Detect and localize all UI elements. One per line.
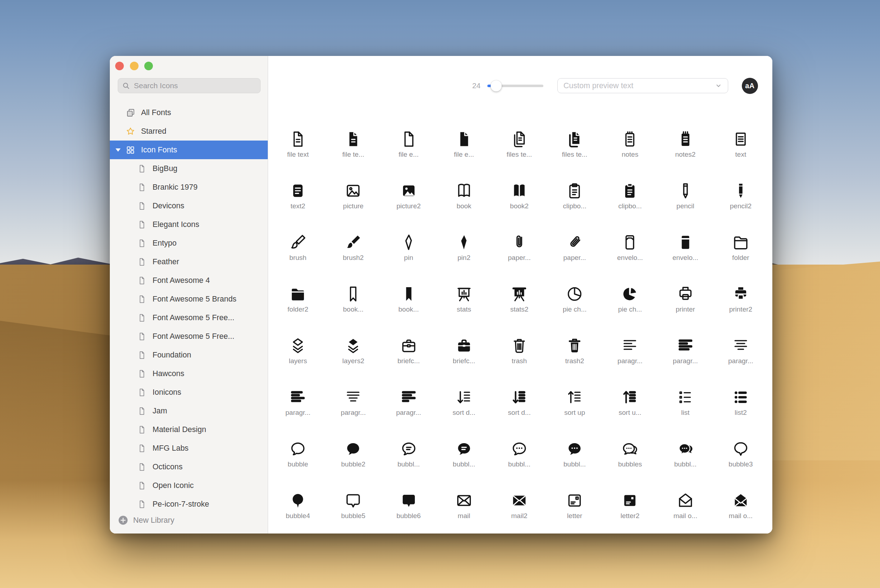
grid-icon-cell[interactable]: mail o... bbox=[658, 483, 713, 534]
grid-icon-cell[interactable]: bubble5 bbox=[325, 483, 381, 534]
grid-icon-cell[interactable]: layers bbox=[270, 328, 325, 380]
grid-icon-cell[interactable]: printer2 bbox=[713, 276, 769, 328]
grid-icon-cell[interactable]: text2 bbox=[270, 173, 325, 225]
sidebar-item-octicons[interactable]: Octicons bbox=[110, 458, 268, 476]
grid-icon-cell[interactable]: book bbox=[436, 173, 492, 225]
slider-thumb[interactable] bbox=[490, 80, 502, 92]
sidebar-item-elegant-icons[interactable]: Elegant Icons bbox=[110, 215, 268, 234]
grid-icon-cell[interactable]: paper... bbox=[547, 225, 602, 276]
grid-icon-cell[interactable]: file te... bbox=[325, 121, 381, 173]
grid-icon-cell[interactable]: list2 bbox=[713, 380, 769, 431]
grid-icon-cell[interactable]: file e... bbox=[381, 121, 436, 173]
grid-icon-cell[interactable]: book... bbox=[325, 276, 381, 328]
new-library-button[interactable]: New Library bbox=[110, 511, 268, 530]
grid-icon-cell[interactable]: printer bbox=[658, 276, 713, 328]
grid-icon-cell[interactable]: files te... bbox=[492, 121, 547, 173]
grid-icon-cell[interactable]: pie ch... bbox=[547, 276, 602, 328]
grid-icon-cell[interactable]: bubbl... bbox=[492, 431, 547, 483]
grid-icon-cell[interactable]: pin2 bbox=[436, 225, 492, 276]
grid-icon-cell[interactable]: mail2 bbox=[492, 483, 547, 534]
grid-icon-cell[interactable]: trash bbox=[492, 328, 547, 380]
sidebar-item-starred[interactable]: Starred bbox=[110, 122, 268, 141]
grid-icon-cell[interactable]: paragr... bbox=[270, 380, 325, 431]
grid-icon-cell[interactable]: mail bbox=[436, 483, 492, 534]
grid-icon-cell[interactable]: paragr... bbox=[713, 328, 769, 380]
grid-icon-cell[interactable]: sort u... bbox=[602, 380, 657, 431]
grid-icon-cell[interactable]: pin bbox=[381, 225, 436, 276]
sidebar-item-font-awesome-4[interactable]: Font Awesome 4 bbox=[110, 271, 268, 290]
grid-icon-cell[interactable]: brush2 bbox=[325, 225, 381, 276]
sidebar-item-all-fonts[interactable]: All Fonts bbox=[110, 103, 268, 122]
grid-icon-cell[interactable]: folder2 bbox=[270, 276, 325, 328]
sidebar-item-hawcons[interactable]: Hawcons bbox=[110, 364, 268, 383]
grid-icon-cell[interactable]: letter2 bbox=[602, 483, 657, 534]
sidebar-item-foundation[interactable]: Foundation bbox=[110, 346, 268, 364]
grid-icon-cell[interactable]: paragr... bbox=[602, 328, 657, 380]
grid-icon-cell[interactable]: list bbox=[658, 380, 713, 431]
grid-icon-cell[interactable]: briefc... bbox=[381, 328, 436, 380]
traffic-light-close-button[interactable] bbox=[115, 62, 124, 70]
preview-text-combobox[interactable]: Custom preview text bbox=[557, 78, 728, 93]
grid-icon-cell[interactable]: sort up bbox=[547, 380, 602, 431]
sidebar-item-open-iconic[interactable]: Open Iconic bbox=[110, 476, 268, 495]
disclosure-triangle-icon[interactable] bbox=[115, 147, 121, 152]
grid-icon-cell[interactable]: file e... bbox=[436, 121, 492, 173]
grid-icon-cell[interactable]: bubble6 bbox=[381, 483, 436, 534]
grid-icon-cell[interactable]: letter bbox=[547, 483, 602, 534]
grid-icon-cell[interactable]: pie ch... bbox=[602, 276, 657, 328]
grid-icon-cell[interactable]: paragr... bbox=[658, 328, 713, 380]
grid-icon-cell[interactable]: bubble2 bbox=[325, 431, 381, 483]
grid-icon-cell[interactable]: bubbl... bbox=[436, 431, 492, 483]
grid-icon-cell[interactable]: bubbl... bbox=[381, 431, 436, 483]
grid-icon-cell[interactable]: paragr... bbox=[381, 380, 436, 431]
sidebar-item-material-design[interactable]: Material Design bbox=[110, 420, 268, 439]
grid-icon-cell[interactable]: pencil2 bbox=[713, 173, 769, 225]
grid-icon-cell[interactable]: book2 bbox=[492, 173, 547, 225]
sidebar-item-entypo[interactable]: Entypo bbox=[110, 234, 268, 252]
grid-icon-cell[interactable]: book... bbox=[381, 276, 436, 328]
traffic-light-zoom-button[interactable] bbox=[144, 62, 153, 70]
grid-icon-cell[interactable]: picture bbox=[325, 173, 381, 225]
grid-icon-cell[interactable]: clipbo... bbox=[547, 173, 602, 225]
traffic-light-minimize-button[interactable] bbox=[130, 62, 138, 70]
sidebar-item-devicons[interactable]: Devicons bbox=[110, 196, 268, 215]
grid-icon-cell[interactable]: notes bbox=[602, 121, 657, 173]
grid-icon-cell[interactable]: clipbo... bbox=[602, 173, 657, 225]
grid-icon-cell[interactable]: bubble4 bbox=[270, 483, 325, 534]
sidebar-item-bigbug[interactable]: BigBug bbox=[110, 159, 268, 178]
grid-icon-cell[interactable]: text bbox=[713, 121, 769, 173]
grid-icon-cell[interactable]: notes2 bbox=[658, 121, 713, 173]
sidebar-item-feather[interactable]: Feather bbox=[110, 252, 268, 271]
grid-icon-cell[interactable]: folder bbox=[713, 225, 769, 276]
grid-icon-cell[interactable]: files te... bbox=[547, 121, 602, 173]
grid-icon-cell[interactable]: layers2 bbox=[325, 328, 381, 380]
grid-icon-cell[interactable]: bubbl... bbox=[658, 431, 713, 483]
grid-icon-cell[interactable]: bubbl... bbox=[547, 431, 602, 483]
sidebar-item-icon-fonts[interactable]: Icon Fonts bbox=[110, 141, 268, 159]
sidebar-item-brankic-1979[interactable]: Brankic 1979 bbox=[110, 178, 268, 196]
grid-icon-cell[interactable]: bubble bbox=[270, 431, 325, 483]
sidebar-item-jam[interactable]: Jam bbox=[110, 402, 268, 420]
sidebar-item-ionicons[interactable]: Ionicons bbox=[110, 383, 268, 402]
grid-icon-cell[interactable]: sort d... bbox=[492, 380, 547, 431]
sidebar-item-font-awesome-5-free[interactable]: Font Awesome 5 Free... bbox=[110, 308, 268, 327]
grid-icon-cell[interactable]: envelo... bbox=[602, 225, 657, 276]
grid-icon-cell[interactable]: sort d... bbox=[436, 380, 492, 431]
grid-icon-cell[interactable]: trash2 bbox=[547, 328, 602, 380]
grid-icon-cell[interactable]: bubble3 bbox=[713, 431, 769, 483]
text-case-button[interactable]: aA bbox=[742, 78, 758, 94]
sidebar-item-mfg-labs[interactable]: MFG Labs bbox=[110, 439, 268, 458]
grid-icon-cell[interactable]: stats2 bbox=[492, 276, 547, 328]
grid-icon-cell[interactable]: stats bbox=[436, 276, 492, 328]
search-field[interactable] bbox=[118, 78, 260, 93]
sidebar-item-font-awesome-5-free[interactable]: Font Awesome 5 Free... bbox=[110, 327, 268, 346]
sidebar-item-font-awesome-5-brands[interactable]: Font Awesome 5 Brands bbox=[110, 290, 268, 308]
grid-icon-cell[interactable]: paper... bbox=[492, 225, 547, 276]
search-input[interactable] bbox=[133, 81, 257, 90]
grid-icon-cell[interactable]: brush bbox=[270, 225, 325, 276]
grid-icon-cell[interactable]: file text bbox=[270, 121, 325, 173]
grid-icon-cell[interactable]: picture2 bbox=[381, 173, 436, 225]
grid-icon-cell[interactable]: briefc... bbox=[436, 328, 492, 380]
grid-icon-cell[interactable]: bubbles bbox=[602, 431, 657, 483]
grid-icon-cell[interactable]: paragr... bbox=[325, 380, 381, 431]
